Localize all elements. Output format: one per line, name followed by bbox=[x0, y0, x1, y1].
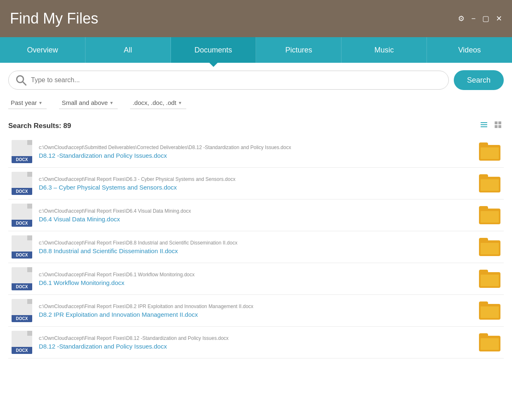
svg-rect-7 bbox=[495, 125, 498, 128]
file-path: c:\OwnCloud\accept\Final Report Fixes\D6… bbox=[39, 208, 472, 214]
search-input-container bbox=[8, 71, 449, 90]
file-path: c:\OwnCloud\accept\Submitted Deliverable… bbox=[39, 145, 472, 150]
date-filter-dropdown[interactable]: Past year ▾ bbox=[8, 97, 47, 109]
nav-tabs: Overview All Documents Pictures Music Vi… bbox=[0, 37, 512, 63]
folder-icon[interactable] bbox=[479, 174, 500, 192]
date-filter-chevron: ▾ bbox=[39, 100, 42, 106]
file-type-label: DOCX bbox=[12, 188, 32, 195]
date-filter-label: Past year bbox=[11, 99, 37, 106]
grid-view-button[interactable] bbox=[492, 119, 504, 133]
app-title: Find My Files bbox=[10, 10, 98, 27]
results-header: Search Results: 89 bbox=[8, 119, 504, 133]
file-name[interactable]: D6.1 Workflow Monitoring.docx bbox=[39, 279, 472, 286]
file-icon: DOCX bbox=[12, 172, 32, 195]
file-type-label: DOCX bbox=[12, 347, 32, 354]
window-controls: ⚙ − ▢ ✕ bbox=[458, 14, 502, 23]
tab-pictures[interactable]: Pictures bbox=[256, 37, 341, 63]
results-list: DOCX c:\OwnCloud\accept\Submitted Delive… bbox=[8, 136, 504, 420]
type-filter-label: .docx, .doc, .odt bbox=[133, 99, 176, 106]
file-path: c:\OwnCloud\accept\Final Report Fixes\D8… bbox=[39, 240, 472, 246]
type-filter-dropdown[interactable]: .docx, .doc, .odt ▾ bbox=[130, 97, 186, 109]
svg-rect-3 bbox=[481, 124, 487, 125]
tab-videos[interactable]: Videos bbox=[427, 37, 512, 63]
file-name[interactable]: D8.2 IPR Exploitation and Innovation Man… bbox=[39, 311, 472, 318]
folder-icon[interactable] bbox=[479, 206, 500, 224]
file-name[interactable]: D8.12 -Standardization and Policy Issues… bbox=[39, 343, 472, 350]
search-button[interactable]: Search bbox=[454, 70, 504, 90]
folder-icon[interactable] bbox=[479, 142, 500, 161]
file-type-label: DOCX bbox=[12, 283, 32, 290]
maximize-icon[interactable]: ▢ bbox=[482, 14, 489, 23]
file-name[interactable]: D8.12 -Standardization and Policy Issues… bbox=[39, 152, 472, 159]
file-name[interactable]: D6.3 – Cyber Physical Systems and Sensor… bbox=[39, 184, 472, 191]
close-icon[interactable]: ✕ bbox=[496, 14, 502, 23]
file-type-label: DOCX bbox=[12, 156, 32, 163]
table-row: DOCX c:\OwnCloud\accept\Final Report Fix… bbox=[8, 327, 504, 358]
table-row: DOCX c:\OwnCloud\accept\Final Report Fix… bbox=[8, 295, 504, 327]
svg-rect-8 bbox=[498, 125, 501, 128]
list-view-icon bbox=[480, 121, 488, 129]
file-path: c:\OwnCloud\accept\Final Report Fixes\D8… bbox=[39, 335, 472, 341]
svg-line-1 bbox=[23, 82, 26, 85]
search-bar: Search bbox=[8, 70, 504, 90]
file-info: c:\OwnCloud\accept\Final Report Fixes\D8… bbox=[39, 240, 472, 254]
search-input[interactable] bbox=[31, 76, 442, 84]
table-row: DOCX c:\OwnCloud\accept\Final Report Fix… bbox=[8, 263, 504, 295]
file-info: c:\OwnCloud\accept\Final Report Fixes\D6… bbox=[39, 176, 472, 191]
file-icon: DOCX bbox=[12, 235, 32, 259]
table-row: DOCX c:\OwnCloud\accept\Final Report Fix… bbox=[8, 231, 504, 263]
view-toggle bbox=[478, 119, 504, 133]
size-filter-chevron: ▾ bbox=[110, 100, 113, 106]
folder-icon[interactable] bbox=[479, 301, 500, 320]
folder-icon[interactable] bbox=[479, 333, 500, 351]
file-icon: DOCX bbox=[12, 331, 32, 354]
file-icon: DOCX bbox=[12, 299, 32, 322]
file-info: c:\OwnCloud\accept\Submitted Deliverable… bbox=[39, 145, 472, 159]
folder-icon[interactable] bbox=[479, 238, 500, 256]
file-type-label: DOCX bbox=[12, 252, 32, 259]
file-name[interactable]: D6.4 Visual Data Mining.docx bbox=[39, 216, 472, 223]
size-filter-label: Small and above bbox=[62, 99, 108, 106]
file-icon: DOCX bbox=[12, 140, 32, 163]
tab-documents[interactable]: Documents bbox=[171, 37, 256, 63]
file-path: c:\OwnCloud\accept\Final Report Fixes\D8… bbox=[39, 304, 472, 309]
list-view-button[interactable] bbox=[478, 119, 490, 133]
file-path: c:\OwnCloud\accept\Final Report Fixes\D6… bbox=[39, 272, 472, 278]
folder-icon[interactable] bbox=[479, 270, 500, 288]
table-row: DOCX c:\OwnCloud\accept\Final Report Fix… bbox=[8, 168, 504, 199]
svg-rect-5 bbox=[495, 121, 498, 124]
grid-view-icon bbox=[494, 121, 502, 129]
tab-all[interactable]: All bbox=[85, 37, 171, 63]
file-info: c:\OwnCloud\accept\Final Report Fixes\D8… bbox=[39, 335, 472, 350]
file-type-label: DOCX bbox=[12, 220, 32, 227]
type-filter-chevron: ▾ bbox=[179, 100, 181, 106]
size-filter-dropdown[interactable]: Small and above ▾ bbox=[59, 97, 118, 109]
search-icon bbox=[15, 74, 27, 86]
results-count: Search Results: 89 bbox=[8, 122, 71, 130]
tab-music[interactable]: Music bbox=[341, 37, 427, 63]
file-icon: DOCX bbox=[12, 267, 32, 290]
svg-rect-4 bbox=[481, 126, 487, 127]
title-bar: Find My Files ⚙ − ▢ ✕ bbox=[0, 0, 512, 37]
main-content: Search Past year ▾ Small and above ▾ .do… bbox=[0, 63, 512, 420]
table-row: DOCX c:\OwnCloud\accept\Submitted Delive… bbox=[8, 136, 504, 168]
filter-row: Past year ▾ Small and above ▾ .docx, .do… bbox=[8, 97, 504, 112]
settings-icon[interactable]: ⚙ bbox=[458, 14, 465, 23]
svg-rect-2 bbox=[481, 122, 487, 123]
file-path: c:\OwnCloud\accept\Final Report Fixes\D6… bbox=[39, 176, 472, 182]
file-info: c:\OwnCloud\accept\Final Report Fixes\D6… bbox=[39, 208, 472, 223]
file-type-label: DOCX bbox=[12, 315, 32, 322]
table-row: DOCX c:\OwnCloud\accept\Final Report Fix… bbox=[8, 199, 504, 231]
file-name[interactable]: D8.8 Industrial and Scientific Dissemina… bbox=[39, 247, 472, 254]
svg-rect-6 bbox=[498, 121, 501, 124]
file-icon: DOCX bbox=[12, 204, 32, 227]
file-info: c:\OwnCloud\accept\Final Report Fixes\D6… bbox=[39, 272, 472, 286]
file-info: c:\OwnCloud\accept\Final Report Fixes\D8… bbox=[39, 304, 472, 318]
tab-overview[interactable]: Overview bbox=[0, 37, 85, 63]
minimize-icon[interactable]: − bbox=[471, 14, 476, 23]
